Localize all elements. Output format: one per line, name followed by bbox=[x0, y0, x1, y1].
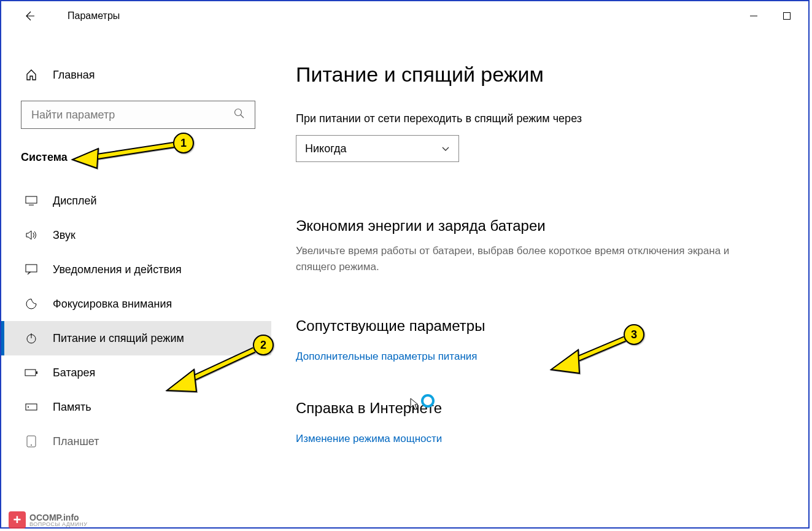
maximize-button[interactable] bbox=[773, 6, 801, 26]
sidebar-item-label: Память bbox=[53, 401, 91, 414]
sidebar-item-label: Планшет bbox=[53, 435, 99, 448]
help-section-title: Справка в Интернете bbox=[296, 400, 784, 417]
sidebar-item-notifications[interactable]: Уведомления и действия bbox=[1, 252, 271, 287]
settings-window: Параметры Главная bbox=[0, 0, 810, 529]
sidebar: Главная Система Дисплей bbox=[1, 31, 271, 527]
sidebar-item-label: Батарея bbox=[53, 366, 95, 379]
sidebar-item-label: Уведомления и действия bbox=[53, 263, 182, 276]
cortana-ring-icon bbox=[421, 394, 435, 408]
back-arrow-icon bbox=[23, 10, 36, 22]
search-input[interactable] bbox=[31, 109, 234, 122]
related-section-title: Сопутствующие параметры bbox=[296, 317, 784, 335]
notifications-icon bbox=[25, 264, 38, 275]
titlebar: Параметры bbox=[1, 1, 808, 31]
sidebar-item-sound[interactable]: Звук bbox=[1, 218, 271, 252]
sidebar-item-storage[interactable]: Память bbox=[1, 390, 271, 424]
sleep-dropdown[interactable]: Никогда bbox=[296, 135, 459, 162]
storage-icon bbox=[25, 403, 38, 411]
tablet-icon bbox=[25, 435, 38, 448]
sidebar-item-focus-assist[interactable]: Фокусировка внимания bbox=[1, 287, 271, 321]
battery-icon bbox=[25, 368, 38, 377]
sidebar-item-label: Дисплей bbox=[53, 195, 97, 207]
sidebar-item-label: Питание и спящий режим bbox=[53, 332, 184, 345]
sound-icon bbox=[25, 230, 38, 241]
sidebar-item-power-sleep[interactable]: Питание и спящий режим bbox=[1, 321, 271, 355]
search-box[interactable] bbox=[21, 101, 255, 129]
search-icon bbox=[234, 108, 245, 122]
svg-rect-10 bbox=[36, 371, 37, 374]
focus-assist-icon bbox=[25, 298, 38, 310]
svg-line-3 bbox=[241, 115, 244, 118]
sidebar-group-title: Система bbox=[1, 135, 271, 170]
energy-section-title: Экономия энергии и заряда батареи bbox=[296, 217, 784, 234]
svg-point-12 bbox=[28, 406, 29, 408]
sidebar-item-label: Звук bbox=[53, 229, 75, 242]
power-icon bbox=[25, 332, 38, 344]
main-content: Питание и спящий режим При питании от се… bbox=[271, 31, 808, 527]
svg-point-14 bbox=[31, 444, 32, 446]
svg-rect-9 bbox=[25, 370, 36, 376]
watermark: + OCOMP.info ВОПРОСЫ АДМИНУ bbox=[9, 511, 88, 529]
sidebar-item-label: Фокусировка внимания bbox=[53, 298, 172, 311]
svg-rect-11 bbox=[26, 404, 37, 410]
sleep-setting-label: При питании от сети переходить в спящий … bbox=[296, 112, 784, 125]
watermark-line1: OCOMP.info bbox=[29, 513, 88, 522]
minimize-button[interactable] bbox=[740, 6, 768, 26]
watermark-logo-icon: + bbox=[9, 511, 26, 529]
sleep-dropdown-value: Никогда bbox=[305, 142, 346, 155]
svg-rect-6 bbox=[26, 265, 37, 272]
svg-rect-1 bbox=[784, 13, 791, 20]
additional-power-settings-link[interactable]: Дополнительные параметры питания bbox=[296, 351, 477, 363]
window-title: Параметры bbox=[68, 10, 120, 21]
energy-section-desc: Увеличьте время работы от батареи, выбра… bbox=[296, 243, 744, 274]
svg-rect-4 bbox=[26, 196, 37, 203]
page-title: Питание и спящий режим bbox=[296, 63, 784, 87]
chevron-down-icon bbox=[441, 142, 450, 155]
sidebar-item-display[interactable]: Дисплей bbox=[1, 184, 271, 218]
change-power-mode-link[interactable]: Изменение режима мощности bbox=[296, 433, 442, 445]
svg-point-2 bbox=[235, 109, 242, 115]
home-label: Главная bbox=[53, 69, 95, 82]
watermark-line2: ВОПРОСЫ АДМИНУ bbox=[29, 522, 88, 527]
mouse-cursor-icon bbox=[410, 398, 420, 411]
home-nav-item[interactable]: Главная bbox=[1, 58, 271, 92]
sidebar-item-battery[interactable]: Батарея bbox=[1, 355, 271, 390]
display-icon bbox=[25, 196, 38, 206]
sidebar-item-tablet[interactable]: Планшет bbox=[1, 424, 271, 459]
back-button[interactable] bbox=[21, 7, 38, 25]
home-icon bbox=[25, 69, 38, 81]
